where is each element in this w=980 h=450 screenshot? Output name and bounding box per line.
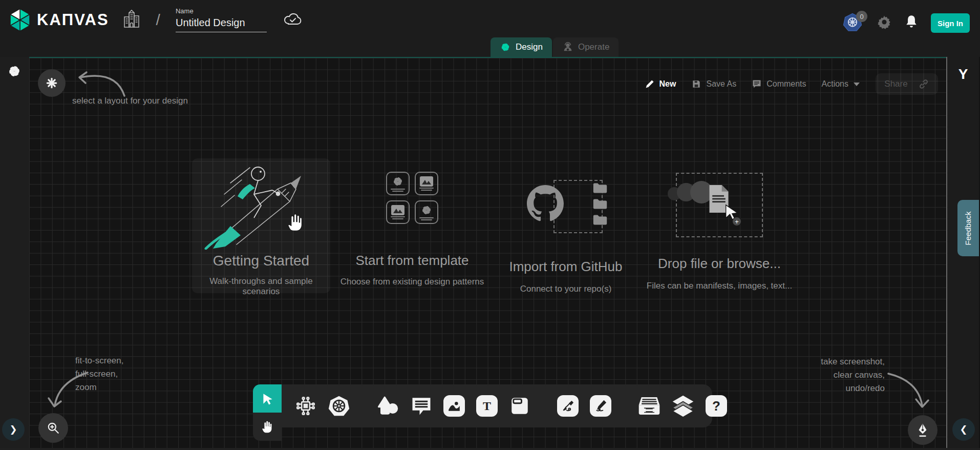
share-button[interactable]: Share [876,73,938,95]
card-import-github[interactable]: Import from GitHub Connect to your repo(… [484,179,648,294]
tool-pan-hand[interactable] [253,413,282,441]
pen-nib-icon [916,422,929,438]
tool-component-circuit[interactable] [295,395,316,417]
cursor-arrow-icon [261,392,274,405]
feedback-tab[interactable]: Feedback [957,200,979,256]
card-getting-started[interactable]: Getting Started Walk-throughs and sample… [192,158,330,293]
settings-gear-icon[interactable] [877,14,892,32]
comments-icon [752,79,762,89]
card-title: Drop file or browse... [658,256,781,272]
actions-label: Actions [822,79,848,89]
design-name-input[interactable] [176,16,267,32]
card-title: Import from GitHub [509,259,622,275]
organization-icon[interactable] [122,9,141,31]
mode-tabs: Design Operate [491,37,619,57]
y-logo[interactable]: Y [947,66,979,83]
tool-pen-bezier[interactable] [557,395,579,417]
card-title: Getting Started [213,253,309,269]
new-design-button[interactable]: New [645,79,676,89]
operate-headset-icon [562,42,573,53]
bottom-strip [0,448,980,450]
share-label: Share [884,79,907,89]
kubernetes-context-badge: 0 [856,11,867,22]
tool-comment[interactable] [411,396,432,416]
pencil-new-icon [645,79,655,89]
meshery-spiral-icon[interactable] [7,64,22,80]
tool-drawer[interactable] [638,395,661,417]
tool-image[interactable] [443,395,465,417]
canvas-toolbar: New Save As Comments Actions [645,73,938,95]
layout-selector-button[interactable] [38,69,66,97]
layout-hint-arrow [67,66,129,100]
comments-label: Comments [766,79,806,89]
template-tile [386,200,410,224]
cloud-saved-icon [283,11,303,29]
expand-panel-button[interactable]: ❯ [2,418,25,441]
kanvas-logo[interactable]: KAΠVAS [8,8,109,32]
left-sidebar-rail: ❯ [0,57,29,448]
link-icon [918,78,929,90]
zoom-controls-button[interactable] [38,413,68,443]
spiral-icon [420,204,433,216]
card-drop-file[interactable]: + Drop file or browse... Files can be ma… [637,173,801,291]
tool-layers[interactable] [672,395,694,417]
plus-badge: + [732,217,741,226]
tool-text[interactable]: T [476,395,498,417]
chevron-left-icon: ❮ [960,424,967,435]
github-illustration [515,179,617,240]
comments-button[interactable]: Comments [752,79,806,89]
kubernetes-context-switcher[interactable]: 0 [843,13,864,33]
actions-dropdown[interactable]: Actions [822,79,860,89]
bottom-toolbar: T [282,384,712,427]
image-icon [420,176,433,187]
hand-cursor-icon [287,213,304,234]
zoom-hint-text: fit-to-screen, full-screen, zoom [75,354,123,394]
tab-operate-label: Operate [578,42,609,52]
card-subtitle: Walk-throughs and sample scenarios [192,276,330,297]
save-as-button[interactable]: Save As [691,79,736,89]
feedback-label: Feedback [964,211,973,245]
tool-note[interactable] [509,395,530,417]
brand-name: KAΠVAS [37,11,109,29]
card-title: Start from template [355,253,468,269]
tool-help[interactable]: ? [706,395,727,417]
drop-zone-dashed-box: + [676,173,763,237]
select-tools-block [253,384,282,441]
right-sidebar-rail: Y Feedback ❮ [946,57,979,448]
canvas-actions-pen-button[interactable] [908,415,938,445]
folder-icon [592,182,608,194]
template-tile [386,172,410,195]
card-start-from-template[interactable]: Start from template Choose from existing… [330,172,494,287]
design-name-label: Name [176,7,267,15]
save-as-label: Save As [706,79,736,89]
folder-icon [592,198,608,210]
card-subtitle: Files can be manifests, images, text... [647,281,792,291]
tool-kubernetes[interactable] [328,395,350,417]
chevron-right-icon: ❯ [9,424,17,435]
design-name-group: Name [176,7,267,32]
spiral-icon [392,175,404,188]
tab-design[interactable]: Design [491,37,552,57]
new-label: New [659,79,676,89]
template-tile [415,172,438,195]
notifications-bell-icon[interactable] [904,14,919,32]
design-spiral-icon [500,42,511,53]
layout-asterisk-icon [45,76,58,90]
app-header: KAΠVAS / Name [0,0,980,57]
sign-in-button[interactable]: Sign In [931,13,970,33]
floppy-save-icon [691,79,701,89]
tab-design-label: Design [516,42,543,52]
github-icon [527,185,564,224]
folder-icon [592,214,608,226]
tab-operate[interactable]: Operate [553,37,619,57]
design-canvas[interactable]: New Save As Comments Actions [29,57,946,448]
magnifier-plus-icon [47,421,60,435]
tool-pencil[interactable] [590,395,611,417]
tool-shapes[interactable] [377,396,399,416]
rocket-rider-illustration [201,162,322,252]
layout-hint-text: select a layout for your design [72,96,188,106]
card-subtitle: Connect to your repo(s) [520,284,612,294]
tool-select-cursor[interactable] [253,384,282,413]
collapse-panel-button[interactable]: ❮ [952,418,975,441]
screenshot-hint-arrow [877,366,939,418]
